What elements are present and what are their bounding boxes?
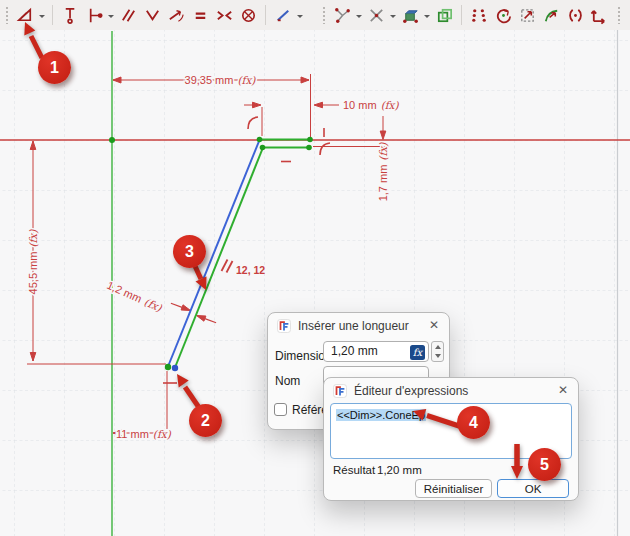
split-edge-icon[interactable] <box>365 3 387 27</box>
result-value: 1,20 mm <box>377 464 422 476</box>
tangent-constraint-icon[interactable] <box>165 3 187 27</box>
freecad-icon <box>277 319 291 333</box>
sketcher-toolbar <box>0 0 630 30</box>
expression-fx-button[interactable]: fx <box>410 345 425 360</box>
selected-point[interactable] <box>172 365 178 371</box>
dropdown-caret[interactable] <box>356 15 362 21</box>
symmetry-icon[interactable] <box>564 3 586 27</box>
angle-constraint-icon[interactable] <box>141 3 163 27</box>
separator <box>265 5 266 25</box>
dropdown-caret[interactable] <box>108 15 114 21</box>
callout-1: 1 <box>38 51 71 84</box>
result-label: Résultat <box>333 464 375 476</box>
freecad-sketcher-view: 39,35 mm(fx) 10 mm(fx) 1,7 mm(fx) 45,5 m… <box>0 0 630 536</box>
reference-checkbox[interactable] <box>274 403 287 416</box>
dimension-input[interactable]: 1,20 mm fx <box>323 341 429 362</box>
scale-icon[interactable] <box>516 3 538 27</box>
spinner-up-icon[interactable] <box>432 342 443 352</box>
dropdown-caret[interactable] <box>39 15 45 21</box>
dropdown-caret[interactable] <box>424 15 430 21</box>
dialog-title: Éditeur d'expressions <box>354 384 468 398</box>
symmetric-constraint-icon[interactable] <box>213 3 235 27</box>
dropdown-caret[interactable] <box>390 15 396 21</box>
parallel-constraint-icon[interactable] <box>117 3 139 27</box>
dialog-title-bar[interactable]: Insérer une longueur <box>277 319 409 333</box>
dim-offset-bottom[interactable]: 11 mm(fx) <box>116 428 172 440</box>
name-label: Nom <box>275 374 300 388</box>
origin-point[interactable] <box>109 137 115 143</box>
callout-2: 2 <box>189 404 222 437</box>
toolbar-handle[interactable] <box>322 6 327 24</box>
equal-constraint-icon[interactable] <box>189 3 211 27</box>
callout-number: 5 <box>540 456 549 474</box>
callout-number: 3 <box>185 243 194 261</box>
close-icon[interactable]: ✕ <box>558 383 568 397</box>
separator <box>52 5 53 25</box>
dimension-spinner[interactable] <box>431 341 444 362</box>
coincident-constraint-icon[interactable] <box>331 3 353 27</box>
move-icon[interactable] <box>588 3 610 27</box>
distance-horizontal-icon[interactable] <box>83 3 105 27</box>
dimension-icon[interactable] <box>14 3 36 27</box>
parallel-constraint-label[interactable]: 12, 12 <box>236 264 265 276</box>
freecad-icon <box>333 384 347 398</box>
reset-button[interactable]: Réinitialiser <box>415 479 492 498</box>
callout-4: 4 <box>457 406 490 439</box>
dimension-value: 1,20 mm <box>331 344 378 358</box>
toolbar-handle[interactable] <box>5 6 10 24</box>
separator <box>461 5 462 25</box>
spinner-down-icon[interactable] <box>432 352 443 362</box>
external-geometry-icon[interactable] <box>399 3 421 27</box>
toolbar-handle[interactable] <box>617 6 622 24</box>
rendering-order-icon[interactable] <box>626 3 630 27</box>
callout-number: 4 <box>469 414 478 432</box>
dialog-title: Insérer une longueur <box>298 319 409 333</box>
callout-3: 3 <box>173 235 206 268</box>
snap-icon[interactable] <box>272 3 294 27</box>
dialog-title-bar[interactable]: Éditeur d'expressions <box>333 384 468 398</box>
offset-icon[interactable] <box>540 3 562 27</box>
dim-offset-top[interactable]: 10 mm(fx) <box>343 99 400 111</box>
distance-vertical-icon[interactable] <box>59 3 81 27</box>
dim-width-top[interactable]: 39,35 mm(fx) <box>185 74 257 86</box>
callout-number: 2 <box>201 412 210 430</box>
dialog-expression-editor: Éditeur d'expressions ✕ <<Dim>>.ConeEp R… <box>323 377 579 501</box>
dropdown-caret[interactable] <box>297 15 303 21</box>
ok-button[interactable]: OK <box>497 479 569 498</box>
expression-text-selected: <<Dim>>.ConeEp <box>336 409 426 421</box>
callout-5: 5 <box>528 448 561 481</box>
dim-thickness-top[interactable]: 1,7 mm(fx) <box>377 142 389 202</box>
rotate-icon[interactable] <box>492 3 514 27</box>
close-icon[interactable]: ✕ <box>429 318 439 332</box>
construction-mode-icon[interactable] <box>433 3 455 27</box>
callout-number: 1 <box>50 59 59 77</box>
copy-icon[interactable] <box>468 3 490 27</box>
block-constraint-icon[interactable] <box>237 3 259 27</box>
dim-height-left[interactable]: 45,5 mm(fx) <box>27 229 39 295</box>
